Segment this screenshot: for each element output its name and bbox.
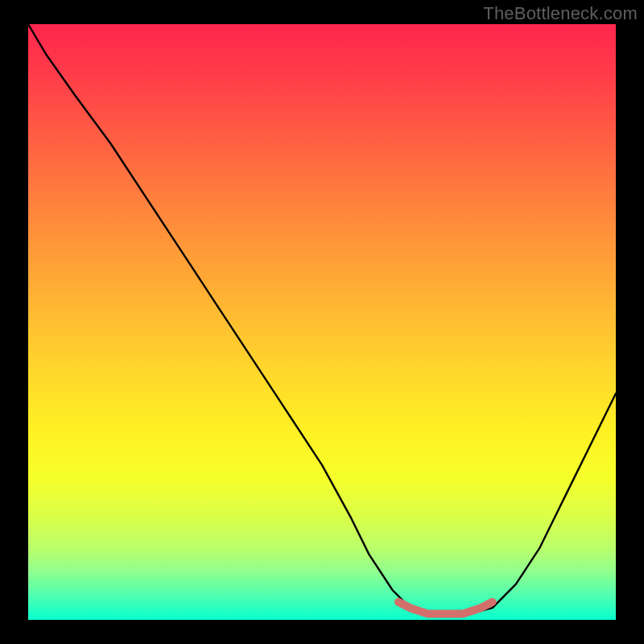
- plot-area: [28, 24, 616, 620]
- sweet-spot-highlight-path: [398, 602, 493, 614]
- chart-frame: TheBottleneck.com: [0, 0, 644, 644]
- curve-svg: [28, 24, 616, 620]
- bottleneck-curve-path: [28, 24, 616, 614]
- watermark-text: TheBottleneck.com: [483, 3, 638, 24]
